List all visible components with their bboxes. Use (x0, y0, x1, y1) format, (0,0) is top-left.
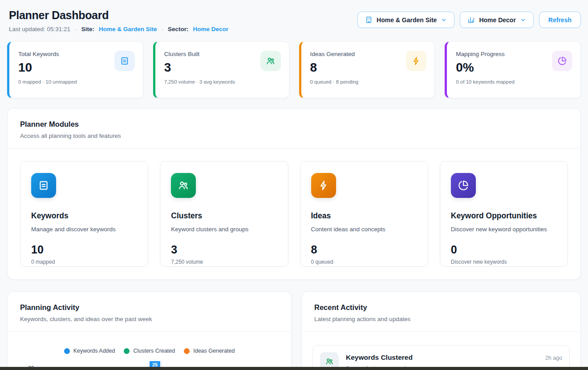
stats-row: Total Keywords 10 0 mapped · 10 unmapped… (7, 41, 581, 98)
recent-activity-title: Recent Activity (314, 303, 568, 312)
sector-selector-label: Home Decor (479, 16, 515, 24)
module-title: Clusters (171, 211, 277, 221)
users-icon (260, 51, 281, 71)
modules-body: Keywords Manage and discover keywords 10… (8, 149, 580, 279)
module-card-clusters[interactable]: Clusters Keyword clusters and groups 3 7… (160, 161, 288, 267)
module-description: Content ideas and concepts (311, 226, 417, 233)
module-subtext: 0 queued (311, 259, 417, 265)
module-description: Discover new keyword opportunities (451, 226, 557, 233)
last-updated-text: Last updated: 05:31:21 (9, 26, 70, 32)
module-value: 10 (31, 243, 137, 256)
planning-activity-header: Planning Activity Keywords, clusters, an… (8, 292, 291, 331)
recent-activity-subtitle: Latest planning actions and updates (314, 316, 568, 322)
legend-item-clusters-created[interactable]: Clusters Created (124, 348, 175, 354)
chevron-down-icon (441, 17, 447, 23)
bolt-icon (311, 173, 336, 198)
meta-row: Last updated: 05:31:21 · Site: Home & Ga… (9, 26, 228, 32)
module-value: 0 (451, 243, 557, 256)
building-icon (365, 16, 373, 24)
stat-card-ideas-generated: Ideas Generated 8 0 queued · 8 pending (299, 41, 435, 98)
header-left: Planner Dashboard Last updated: 05:31:21… (9, 9, 228, 32)
bolt-icon (406, 51, 426, 71)
legend-label: Clusters Created (133, 348, 175, 354)
module-subtext: 7,250 volume (171, 259, 277, 265)
modules-grid: Keywords Manage and discover keywords 10… (20, 161, 568, 267)
module-card-ideas[interactable]: Ideas Content ideas and concepts 8 0 que… (300, 161, 428, 267)
site-selector-label: Home & Garden Site (377, 16, 437, 24)
taskbar-edge (0, 367, 588, 370)
module-subtext: Discover new keywords (451, 259, 557, 265)
module-value: 3 (171, 243, 277, 256)
planning-activity-subtitle: Keywords, clusters, and ideas over the p… (20, 316, 279, 322)
legend-item-ideas-generated[interactable]: Ideas Generated (184, 348, 235, 354)
site-link[interactable]: Home & Garden Site (99, 26, 157, 32)
legend-dot-icon (64, 348, 70, 354)
module-value: 8 (311, 243, 417, 256)
activity-timestamp: 2h ago (545, 355, 562, 361)
pie-chart-icon (451, 173, 476, 198)
separator-dot: · (75, 26, 77, 32)
stat-subtext: 0 of 10 keywords mapped (456, 79, 572, 84)
module-title: Keywords (31, 211, 137, 221)
module-card-keywords[interactable]: Keywords Manage and discover keywords 10… (20, 161, 148, 267)
header-actions: Home & Garden Site Home Decor Refresh (357, 12, 581, 28)
legend-dot-icon (124, 348, 130, 354)
module-description: Keyword clusters and groups (171, 226, 277, 233)
chevron-down-icon (520, 17, 526, 23)
header: Planner Dashboard Last updated: 05:31:21… (0, 0, 588, 32)
pie-chart-icon (552, 51, 572, 71)
legend-dot-icon (184, 348, 190, 354)
list-item: Keywords Clustered 2h ago 3 new clusters… (312, 345, 570, 370)
legend-label: Ideas Generated (193, 348, 235, 354)
users-icon (171, 173, 196, 198)
page-title: Planner Dashboard (9, 9, 228, 22)
stat-subtext: 0 queued · 8 pending (310, 79, 426, 84)
planner-modules-section: Planner Modules Access all planning tool… (7, 108, 581, 280)
sector-label: Sector: (168, 26, 189, 32)
bottom-row: Planning Activity Keywords, clusters, an… (7, 291, 581, 370)
sector-link[interactable]: Home Decor (193, 26, 228, 32)
module-card-keyword-opportunities[interactable]: Keyword Opportunities Discover new keywo… (440, 161, 568, 267)
bar-chart-icon (467, 16, 475, 24)
legend-label: Keywords Added (73, 348, 115, 354)
recent-activity-panel: Recent Activity Latest planning actions … (301, 291, 581, 370)
planning-activity-title: Planning Activity (20, 303, 279, 312)
stat-card-total-keywords: Total Keywords 10 0 mapped · 10 unmapped (7, 41, 143, 98)
document-icon (31, 173, 56, 198)
stat-card-mapping-progress: Mapping Progress 0% 0 of 10 keywords map… (445, 41, 581, 98)
recent-activity-header: Recent Activity Latest planning actions … (302, 292, 580, 331)
modules-title: Planner Modules (20, 120, 568, 129)
activity-title: Keywords Clustered (346, 354, 413, 362)
module-subtext: 0 mapped (31, 259, 137, 265)
recent-activity-list: Keywords Clustered 2h ago 3 new clusters… (302, 332, 580, 370)
stat-subtext: 0 mapped · 10 unmapped (18, 79, 134, 84)
site-label: Site: (81, 26, 94, 32)
module-description: Manage and discover keywords (31, 226, 137, 233)
module-title: Keyword Opportunities (451, 211, 557, 221)
sector-selector-dropdown[interactable]: Home Decor (460, 12, 533, 28)
document-icon (114, 51, 135, 71)
stat-card-clusters-built: Clusters Built 3 7,250 volume · 3 avg ke… (153, 41, 289, 98)
module-title: Ideas (311, 211, 417, 221)
modules-subtitle: Access all planning tools and features (20, 133, 568, 139)
chart-legend: Keywords Added Clusters Created Ideas Ge… (8, 332, 291, 354)
legend-item-keywords-added[interactable]: Keywords Added (64, 348, 115, 354)
planning-activity-panel: Planning Activity Keywords, clusters, an… (7, 291, 292, 370)
refresh-button[interactable]: Refresh (539, 12, 581, 28)
stat-subtext: 7,250 volume · 3 avg keywords (164, 79, 280, 84)
site-selector-dropdown[interactable]: Home & Garden Site (357, 12, 454, 28)
separator-dot: · (161, 26, 163, 32)
modules-header: Planner Modules Access all planning tool… (8, 109, 580, 148)
